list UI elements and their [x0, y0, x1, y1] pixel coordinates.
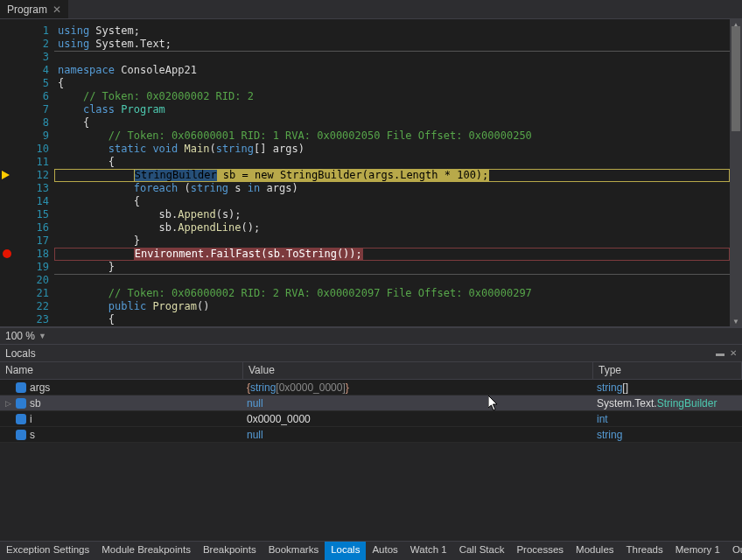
code-line[interactable]: using System.Text; — [54, 38, 730, 51]
variable-icon — [16, 430, 26, 440]
code-line[interactable]: // Token: 0x06000002 RID: 2 RVA: 0x00002… — [54, 287, 730, 300]
line-number: 2 — [16, 38, 49, 51]
line-number: 11 — [16, 156, 49, 169]
code-line[interactable]: public Program() — [54, 300, 730, 313]
tool-tab-breakpoints[interactable]: Breakpoints — [197, 542, 262, 560]
zoom-bar: 100 % ▼ — [0, 327, 742, 345]
variable-type: System.Text.StringBuilder — [593, 397, 742, 410]
code-line[interactable]: { — [54, 116, 730, 130]
tool-tab-bookmarks[interactable]: Bookmarks — [262, 542, 326, 560]
line-number: 13 — [16, 182, 49, 195]
line-number: 15 — [16, 208, 49, 221]
scrollbar-thumb[interactable] — [732, 26, 740, 131]
code-line[interactable]: } — [54, 261, 730, 274]
close-icon[interactable]: ✕ — [52, 4, 61, 15]
chevron-down-icon[interactable]: ▼ — [38, 332, 46, 340]
line-number: 19 — [16, 261, 49, 274]
tool-tab-output[interactable]: Output — [726, 542, 742, 560]
column-value-header[interactable]: Value — [243, 362, 593, 379]
code-area[interactable]: using System;using System.Text;namespace… — [54, 19, 730, 326]
close-icon[interactable]: ✕ — [730, 348, 737, 358]
code-line[interactable]: { — [54, 156, 730, 169]
expander-icon[interactable]: ▷ — [4, 399, 12, 408]
code-line[interactable]: // Token: 0x06000001 RID: 1 RVA: 0x00002… — [54, 130, 730, 143]
tool-tab-threads[interactable]: Threads — [620, 542, 669, 560]
code-line[interactable]: sb.Append(s); — [54, 208, 730, 221]
tool-tab-memory-1[interactable]: Memory 1 — [669, 542, 726, 560]
tool-tab-processes[interactable]: Processes — [510, 542, 570, 560]
code-line[interactable]: class Program — [54, 103, 730, 116]
variable-icon — [16, 382, 26, 393]
line-number: 6 — [16, 90, 49, 103]
variable-value[interactable]: null — [243, 429, 593, 441]
line-number: 14 — [16, 195, 49, 208]
variable-value[interactable]: 0x0000_0000 — [243, 413, 593, 425]
variable-value[interactable]: null — [243, 397, 593, 410]
variable-name: i — [30, 413, 32, 425]
locals-panel: Locals ▬ ✕ Name Value Type args{string[0… — [0, 345, 742, 541]
line-number: 21 — [16, 287, 49, 300]
pin-icon[interactable]: ▬ — [716, 348, 724, 358]
tool-tab-locals[interactable]: Locals — [325, 542, 366, 560]
tool-tab-call-stack[interactable]: Call Stack — [453, 542, 511, 560]
variable-name: args — [30, 382, 50, 394]
tool-tab-exception-settings[interactable]: Exception Settings — [0, 542, 95, 560]
tab-program[interactable]: Program ✕ — [0, 0, 68, 18]
vertical-scrollbar[interactable]: ▲ ▼ — [730, 19, 742, 326]
code-line[interactable]: { — [54, 313, 730, 326]
variable-type: string — [593, 429, 742, 441]
code-line[interactable]: } — [54, 234, 730, 248]
tool-tab-module-breakpoints[interactable]: Module Breakpoints — [95, 542, 197, 560]
code-line[interactable] — [54, 51, 730, 64]
code-line[interactable]: Environment.FailFast(sb.ToString()); — [54, 248, 730, 261]
tool-tab-modules[interactable]: Modules — [570, 542, 620, 560]
variable-icon — [16, 398, 26, 409]
glyph-margin[interactable] — [0, 19, 16, 326]
code-line[interactable]: foreach (string s in args) — [54, 182, 730, 195]
panel-title: Locals — [5, 347, 36, 360]
variable-type: int — [593, 413, 742, 425]
code-line[interactable]: { — [54, 195, 730, 208]
line-number: 17 — [16, 234, 49, 248]
code-line[interactable]: static void Main(string[] args) — [54, 143, 730, 156]
document-tabbar: Program ✕ — [0, 0, 742, 19]
code-line[interactable]: // Token: 0x02000002 RID: 2 — [54, 90, 730, 103]
code-line[interactable] — [54, 274, 730, 287]
breakpoint-icon[interactable] — [3, 249, 11, 258]
line-number-gutter: 1234567891011121314151617181920212223 — [16, 19, 54, 326]
line-number: 8 — [16, 116, 49, 130]
line-number: 4 — [16, 64, 49, 77]
locals-grid-header: Name Value Type — [0, 362, 742, 380]
tool-tab-autos[interactable]: Autos — [366, 542, 403, 560]
line-number: 9 — [16, 130, 49, 143]
variable-value[interactable]: {string[0x0000_0000]} — [243, 382, 593, 394]
tool-tab-watch-1[interactable]: Watch 1 — [404, 542, 453, 560]
line-number: 22 — [16, 300, 49, 313]
scroll-down-icon[interactable]: ▼ — [730, 316, 742, 326]
panel-header[interactable]: Locals ▬ ✕ — [0, 345, 742, 362]
column-type-header[interactable]: Type — [593, 362, 742, 379]
line-number: 20 — [16, 274, 49, 287]
locals-row[interactable]: ▷sbnullSystem.Text.StringBuilder — [0, 396, 742, 411]
line-number: 10 — [16, 143, 49, 156]
locals-grid-body: args{string[0x0000_0000]}string[]▷sbnull… — [0, 380, 742, 443]
code-line[interactable]: StringBuilder sb = new StringBuilder(arg… — [54, 169, 730, 182]
code-line[interactable]: { — [54, 77, 730, 90]
code-line[interactable]: sb.AppendLine(); — [54, 221, 730, 234]
code-line[interactable]: namespace ConsoleApp21 — [54, 64, 730, 77]
tab-label: Program — [7, 4, 47, 16]
line-number: 12 — [16, 169, 49, 182]
line-number: 5 — [16, 77, 49, 90]
locals-row[interactable]: snullstring — [0, 427, 742, 443]
code-editor[interactable]: 1234567891011121314151617181920212223 us… — [0, 19, 742, 327]
locals-row[interactable]: i0x0000_0000int — [0, 411, 742, 427]
locals-row[interactable]: args{string[0x0000_0000]}string[] — [0, 380, 742, 396]
variable-name: sb — [30, 397, 41, 410]
zoom-level[interactable]: 100 % — [5, 330, 35, 342]
tool-window-tabs: Exception SettingsModule BreakpointsBrea… — [0, 541, 742, 560]
line-number: 23 — [16, 313, 49, 326]
variable-name: s — [30, 429, 35, 441]
variable-type: string[] — [593, 382, 742, 394]
column-name-header[interactable]: Name — [0, 362, 243, 379]
code-line[interactable]: using System; — [54, 24, 730, 38]
